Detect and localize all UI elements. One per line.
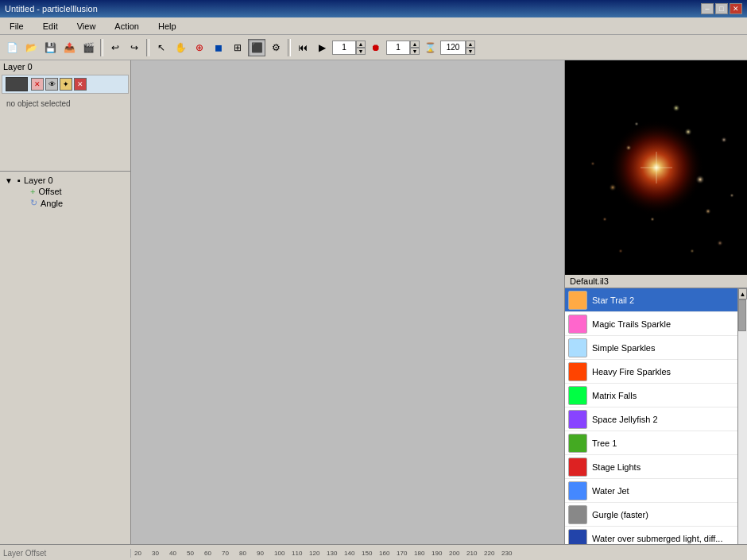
- library-item-star-trail-2[interactable]: Star Trail 2: [565, 288, 737, 312]
- lib-thumb-tree1: [568, 434, 587, 453]
- tree-label-angle: Angle: [41, 199, 63, 208]
- frame-end-down[interactable]: ▼: [466, 48, 475, 55]
- lib-thumb-magic-trails: [568, 315, 587, 334]
- frame-end-input[interactable]: 120: [440, 41, 466, 55]
- lib-thumb-stage-lights: [568, 458, 587, 477]
- library-item-matrix-falls[interactable]: Matrix Falls: [565, 384, 737, 407]
- toolbar-open[interactable]: 📂: [22, 39, 40, 56]
- toolbar-particle-view[interactable]: ⬛: [248, 39, 265, 56]
- layer-btn-eye[interactable]: 👁: [45, 78, 58, 91]
- tree-item-offset[interactable]: + Offset: [16, 186, 127, 197]
- minimize-button[interactable]: –: [701, 3, 714, 14]
- library-item-water-jet[interactable]: Water Jet: [565, 479, 737, 503]
- library-item-space-jellyfish[interactable]: Space Jellyfish 2: [565, 407, 737, 431]
- menu-action[interactable]: Action: [108, 20, 145, 33]
- lib-thumb-water-submerged: [568, 529, 587, 545]
- layer-btn-star[interactable]: ✦: [60, 78, 72, 91]
- library-item-heavy-fire[interactable]: Heavy Fire Sparkles: [565, 360, 737, 384]
- frame-current-spinner[interactable]: 1 ▲ ▼: [386, 41, 420, 55]
- frame-end-arrows: ▲ ▼: [466, 41, 475, 55]
- toolbar-sep-2: [146, 39, 149, 56]
- ruler-mark-200: 200: [449, 550, 466, 557]
- toolbar-frame-end: 120 ▲ ▼: [440, 41, 475, 55]
- ruler-mark-80: 80: [239, 550, 257, 557]
- toolbar-undo[interactable]: ↩: [106, 39, 124, 56]
- toolbar-force[interactable]: ⊞: [229, 39, 246, 56]
- toolbar-render[interactable]: 🎬: [79, 39, 97, 56]
- tree-expand-layer0[interactable]: ▼: [5, 176, 14, 185]
- menu-view[interactable]: View: [71, 20, 103, 33]
- frame-start-input[interactable]: 1: [332, 41, 356, 55]
- ruler-mark-160: 160: [379, 550, 397, 557]
- tree-angle-icon: ↻: [30, 198, 37, 208]
- ruler-mark-220: 220: [484, 550, 501, 557]
- layer-row[interactable]: ✕ 👁 ✦ ✕: [2, 75, 129, 94]
- library-item-simple-sparkles[interactable]: Simple Sparkles: [565, 336, 737, 360]
- lib-label-simple-sparkles: Simple Sparkles: [592, 343, 655, 353]
- right-panel: Default.il3 Star Trail 2Magic Trails Spa…: [564, 60, 747, 544]
- frame-current-input[interactable]: 1: [386, 41, 410, 55]
- tree-panel: ▼ ▪ Layer 0 + Offset ↻ Angle: [0, 172, 130, 544]
- tree-item-angle[interactable]: ↻ Angle: [16, 197, 127, 209]
- frame-end-up[interactable]: ▲: [466, 41, 475, 48]
- toolbar-export[interactable]: 📤: [60, 39, 78, 56]
- layer-btn-x[interactable]: ✕: [31, 78, 44, 91]
- ruler-mark-180: 180: [414, 550, 432, 557]
- toolbar-save[interactable]: 💾: [41, 39, 59, 56]
- toolbar-sep-3: [288, 39, 291, 56]
- lib-label-magic-trails: Magic Trails Sparkle: [592, 319, 671, 329]
- toolbar-sep-1: [100, 39, 103, 56]
- toolbar-goto-start[interactable]: ⏮: [294, 39, 312, 56]
- toolbar-deflect[interactable]: ◼: [210, 39, 227, 56]
- menu-file[interactable]: File: [3, 20, 30, 33]
- canvas-viewport[interactable]: [131, 60, 564, 544]
- frame-current-up[interactable]: ▲: [410, 41, 420, 48]
- toolbar-settings[interactable]: ⚙: [267, 39, 284, 56]
- toolbar-end-icon[interactable]: ⌛: [421, 39, 439, 56]
- frame-current-down[interactable]: ▼: [410, 48, 420, 55]
- frame-start-up[interactable]: ▲: [356, 41, 366, 48]
- frame-start-spinner[interactable]: 1 ▲ ▼: [332, 41, 366, 55]
- library-item-water-submerged[interactable]: Water over submerged light, diff...: [565, 527, 737, 544]
- toolbar-new[interactable]: 📄: [3, 39, 21, 56]
- title-bar-buttons: – □ ✕: [701, 3, 742, 14]
- scroll-up-button[interactable]: ▲: [738, 288, 747, 299]
- scroll-thumb[interactable]: [738, 299, 746, 331]
- frame-end-spinner[interactable]: 120 ▲ ▼: [440, 41, 475, 55]
- lib-label-stage-lights: Stage Lights: [592, 462, 641, 472]
- canvas-content: [131, 60, 564, 544]
- lib-thumb-space-jellyfish: [568, 410, 587, 429]
- close-button[interactable]: ✕: [730, 3, 742, 14]
- tree-item-layer0[interactable]: ▼ ▪ Layer 0: [3, 175, 127, 186]
- menu-help[interactable]: Help: [152, 20, 183, 33]
- frame-start-down[interactable]: ▼: [356, 48, 366, 55]
- timeline-label-col: Layer Offset: [0, 549, 131, 558]
- library-item-gurgle[interactable]: Gurgle (faster): [565, 503, 737, 527]
- library-item-magic-trails[interactable]: Magic Trails Sparkle: [565, 312, 737, 336]
- toolbar-move[interactable]: ✋: [172, 39, 189, 56]
- library-item-stage-lights[interactable]: Stage Lights: [565, 455, 737, 479]
- title-bar-text: Untitled - particleIllusion: [5, 4, 98, 14]
- menu-bar: File Edit View Action Help: [0, 17, 747, 35]
- tree-label-offset: Offset: [38, 187, 61, 196]
- layer-panel: Layer 0 ✕ 👁 ✦ ✕ no object selected: [0, 60, 130, 172]
- lib-thumb-star-trail-2: [568, 291, 587, 310]
- lib-label-matrix-falls: Matrix Falls: [592, 391, 637, 400]
- lib-thumb-matrix-falls: [568, 386, 587, 405]
- ruler-mark-110: 110: [292, 550, 309, 557]
- layer-btn-xred[interactable]: ✕: [74, 78, 87, 91]
- ruler-mark-150: 150: [362, 550, 379, 557]
- library-item-tree1[interactable]: Tree 1: [565, 431, 737, 455]
- ruler-mark-210: 210: [466, 550, 484, 557]
- menu-edit[interactable]: Edit: [37, 20, 64, 33]
- library-list: Star Trail 2Magic Trails SparkleSimple S…: [565, 288, 737, 544]
- ruler-mark-60: 60: [204, 550, 222, 557]
- ruler-mark-190: 190: [432, 550, 449, 557]
- toolbar-select[interactable]: ↖: [153, 39, 170, 56]
- lib-label-water-jet: Water Jet: [592, 486, 629, 496]
- maximize-button[interactable]: □: [715, 3, 728, 14]
- toolbar-record[interactable]: ⏺: [367, 39, 385, 56]
- toolbar-emitter[interactable]: ⊕: [191, 39, 208, 56]
- toolbar-play[interactable]: ▶: [313, 39, 331, 56]
- toolbar-redo[interactable]: ↪: [126, 39, 143, 56]
